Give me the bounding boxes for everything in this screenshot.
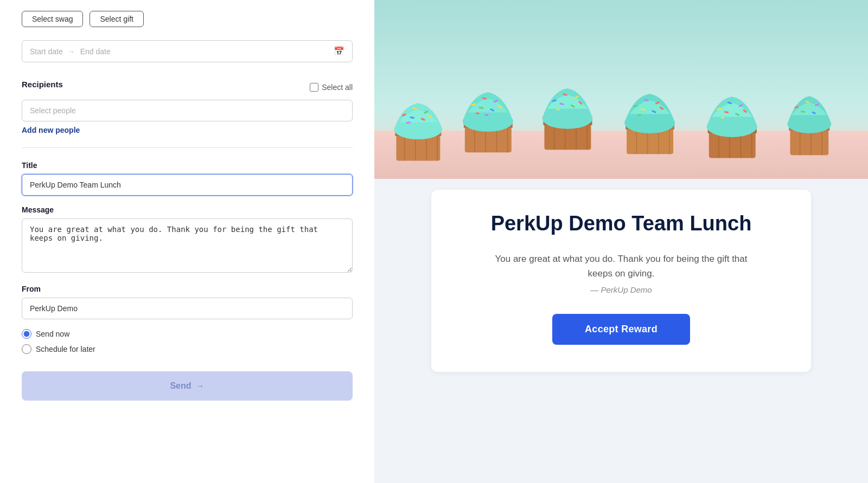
send-arrow-icon: →: [196, 381, 205, 391]
preview-from: — PerkUp Demo: [590, 285, 652, 294]
divider: [22, 147, 353, 148]
date-range-row: Start date → End date 📅: [22, 40, 353, 62]
message-textarea[interactable]: You are great at what you do. Thank you …: [22, 218, 353, 273]
message-field-group: Message You are great at what you do. Th…: [22, 205, 353, 275]
add-new-people-link[interactable]: Add new people: [22, 126, 353, 134]
svg-rect-71: [721, 117, 724, 118]
svg-rect-30: [484, 114, 488, 116]
preview-message: You are great at what you do. Thank you …: [486, 252, 757, 281]
date-arrow-icon: →: [68, 48, 75, 55]
right-panel: PerkUp Demo Team Lunch You are great at …: [374, 0, 868, 483]
from-input[interactable]: [22, 298, 353, 319]
title-input[interactable]: [22, 174, 353, 196]
select-swag-button[interactable]: Select swag: [22, 11, 83, 27]
accept-reward-button[interactable]: Accept Reward: [552, 314, 690, 345]
send-now-label: Send now: [36, 330, 69, 338]
schedule-later-label: Schedule for later: [36, 345, 95, 353]
start-date-placeholder: Start date: [30, 47, 63, 56]
recipients-row: Recipients Select all: [22, 80, 353, 94]
send-button[interactable]: Send →: [22, 371, 353, 401]
select-all-row: Select all: [310, 83, 353, 92]
from-label: From: [22, 285, 353, 293]
select-all-checkbox[interactable]: [310, 83, 318, 92]
left-panel: Select swag Select gift Start date → End…: [0, 0, 374, 483]
calendar-icon[interactable]: 📅: [334, 46, 344, 56]
cupcake-image: [374, 0, 868, 179]
from-field-group: From: [22, 285, 353, 319]
recipients-label: Recipients: [22, 80, 63, 89]
preview-card: PerkUp Demo Team Lunch You are great at …: [431, 190, 811, 372]
send-now-option[interactable]: Send now: [22, 329, 353, 339]
send-button-label: Send: [170, 381, 191, 391]
send-timing-group: Send now Schedule for later: [22, 329, 353, 354]
send-now-radio[interactable]: [22, 329, 31, 339]
schedule-later-radio[interactable]: [22, 344, 31, 354]
select-all-label: Select all: [322, 83, 353, 92]
title-label: Title: [22, 161, 353, 170]
preview-title: PerkUp Demo Team Lunch: [491, 211, 752, 236]
select-gift-button[interactable]: Select gift: [90, 11, 143, 27]
select-people-input[interactable]: [22, 100, 353, 121]
message-label: Message: [22, 205, 353, 214]
schedule-later-option[interactable]: Schedule for later: [22, 344, 353, 354]
svg-rect-43: [557, 108, 560, 111]
title-field-group: Title: [22, 161, 353, 196]
end-date-placeholder: End date: [80, 47, 111, 56]
top-buttons-row: Select swag Select gift: [22, 11, 353, 27]
